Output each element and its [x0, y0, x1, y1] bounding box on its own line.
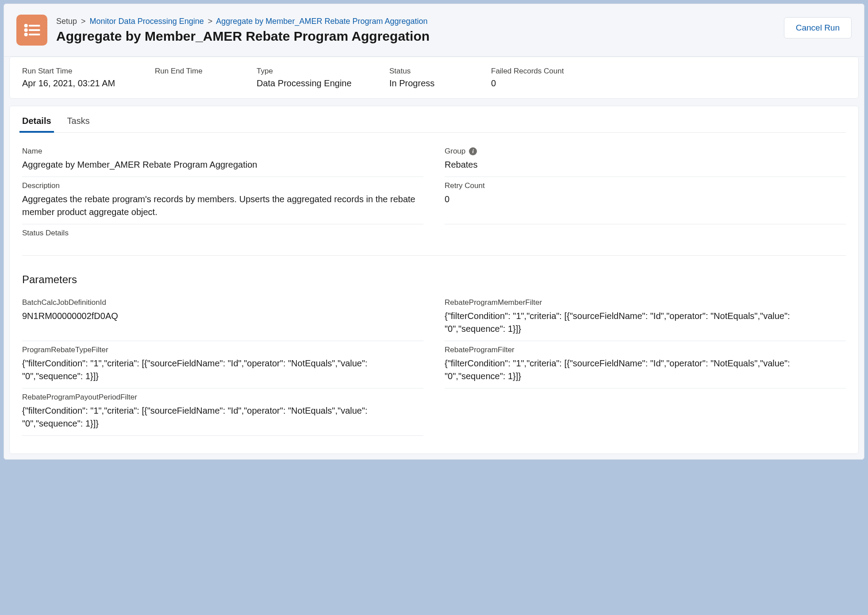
field-label: RebateProgramPayoutPeriodFilter [22, 393, 423, 402]
field-batch-id: BatchCalcJobDefinitionId 9N1RM00000002fD… [22, 294, 423, 341]
svg-point-2 [25, 29, 27, 31]
field-label: Retry Count [445, 181, 846, 190]
tab-details[interactable]: Details [22, 116, 51, 132]
breadcrumb-sep: > [81, 17, 86, 26]
summary-value: In Progress [389, 78, 465, 88]
breadcrumb: Setup > Monitor Data Processing Engine >… [56, 17, 430, 26]
field-value: {"filterCondition": "1","criteria": [{"s… [22, 357, 423, 383]
field-value: 9N1RM00000002fD0AQ [22, 310, 423, 323]
breadcrumb-link-monitor[interactable]: Monitor Data Processing Engine [90, 17, 204, 26]
field-label: Group i [445, 147, 846, 156]
field-label: BatchCalcJobDefinitionId [22, 298, 423, 307]
summary-label: Type [257, 67, 363, 76]
field-label: Name [22, 147, 423, 156]
field-label: RebateProgramFilter [445, 346, 846, 354]
summary-label: Run End Time [155, 67, 230, 76]
summary-failed: Failed Records Count 0 [491, 67, 566, 88]
field-label-text: Group [445, 147, 465, 156]
field-value: {"filterCondition": "1","criteria": [{"s… [22, 404, 423, 430]
tab-bar: Details Tasks [22, 116, 846, 133]
field-value: Aggregates the rebate program's records … [22, 193, 423, 219]
detail-card: Details Tasks Name Aggregate by Member_A… [9, 106, 859, 454]
summary-label: Run Start Time [22, 67, 128, 76]
header-left: Setup > Monitor Data Processing Engine >… [16, 15, 430, 46]
tab-tasks[interactable]: Tasks [67, 116, 90, 132]
field-type-filter: ProgramRebateTypeFilter {"filterConditio… [22, 341, 423, 388]
field-member-filter: RebateProgramMemberFilter {"filterCondit… [445, 294, 846, 341]
field-program-filter: RebateProgramFilter {"filterCondition": … [445, 341, 846, 388]
breadcrumb-sep: > [208, 17, 213, 26]
field-description: Description Aggregates the rebate progra… [22, 177, 423, 224]
field-retry-count: Retry Count 0 [445, 177, 846, 224]
field-value: {"filterCondition": "1","criteria": [{"s… [445, 357, 846, 383]
svg-point-4 [25, 34, 27, 35]
summary-value: 0 [491, 78, 566, 88]
summary-card: Run Start Time Apr 16, 2021, 03:21 AM Ru… [9, 57, 859, 99]
field-value: Rebates [445, 158, 846, 171]
field-name: Name Aggregate by Member_AMER Rebate Pro… [22, 142, 423, 177]
field-label: RebateProgramMemberFilter [445, 298, 846, 307]
summary-value: Apr 16, 2021, 03:21 AM [22, 78, 128, 88]
field-status-details: Status Details [22, 224, 846, 256]
breadcrumb-link-current[interactable]: Aggregate by Member_AMER Rebate Program … [216, 17, 427, 26]
summary-value: Data Processing Engine [257, 78, 363, 88]
summary-run-end: Run End Time [155, 67, 230, 88]
svg-point-0 [25, 25, 27, 27]
empty-cell [445, 388, 846, 436]
field-label: Status Details [22, 229, 846, 238]
summary-run-start: Run Start Time Apr 16, 2021, 03:21 AM [22, 67, 128, 88]
breadcrumb-root: Setup [56, 17, 77, 26]
page-header: Setup > Monitor Data Processing Engine >… [4, 4, 864, 57]
field-group: Group i Rebates [445, 142, 846, 177]
field-value [22, 240, 846, 250]
list-icon [16, 15, 47, 46]
field-payout-filter: RebateProgramPayoutPeriodFilter {"filter… [22, 388, 423, 436]
summary-label: Status [389, 67, 465, 76]
summary-label: Failed Records Count [491, 67, 566, 76]
cancel-run-button[interactable]: Cancel Run [784, 17, 852, 38]
info-icon[interactable]: i [469, 147, 477, 155]
summary-type: Type Data Processing Engine [257, 67, 363, 88]
summary-status: Status In Progress [389, 67, 465, 88]
page-container: Setup > Monitor Data Processing Engine >… [4, 4, 864, 460]
field-label: Description [22, 181, 423, 190]
field-value: Aggregate by Member_AMER Rebate Program … [22, 158, 423, 171]
field-label: ProgramRebateTypeFilter [22, 346, 423, 354]
parameters-heading: Parameters [22, 273, 846, 286]
page-title: Aggregate by Member_AMER Rebate Program … [56, 29, 430, 44]
field-value: 0 [445, 193, 846, 206]
field-value: {"filterCondition": "1","criteria": [{"s… [445, 310, 846, 335]
details-grid: Name Aggregate by Member_AMER Rebate Pro… [22, 142, 846, 436]
